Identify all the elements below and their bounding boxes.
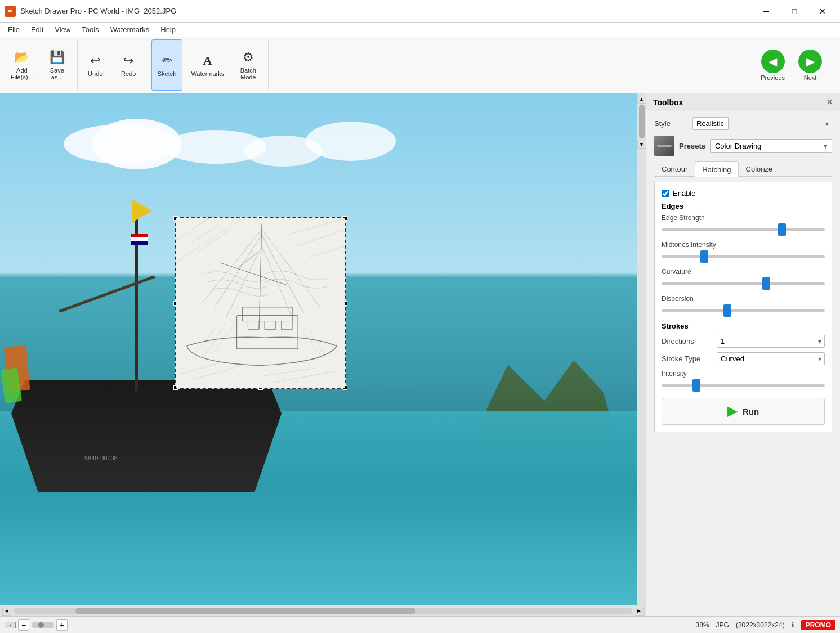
menu-edit[interactable]: Edit	[25, 24, 49, 35]
directions-select-wrapper: 1 2 3 4	[717, 335, 825, 348]
minimize-button[interactable]: ─	[753, 3, 779, 20]
close-button[interactable]: ✕	[810, 3, 835, 20]
midtones-intensity-row: Midtones Intensity	[662, 241, 825, 262]
tab-content-hatching: Enable Edges Edge Strength Midtones Inte…	[654, 182, 832, 432]
intensity-row: Intensity	[662, 370, 825, 391]
maximize-button[interactable]: □	[781, 3, 807, 20]
dispersion-slider[interactable]	[662, 309, 825, 312]
menu-file[interactable]: File	[2, 24, 25, 35]
image-dimensions: (3022x3022x24)	[736, 621, 785, 629]
edge-strength-slider[interactable]	[662, 228, 825, 231]
cloud-group	[64, 119, 401, 209]
save-as-label: Saveas...	[50, 67, 64, 80]
add-files-icon: 📂	[14, 50, 29, 65]
nav-section: ◀ Previous ▶ Next	[756, 39, 835, 91]
watermarks-button[interactable]: A Watermarks	[185, 39, 230, 91]
stroke-type-row: Stroke Type Curved Straight Wavy	[662, 352, 825, 365]
scroll-down-arrow[interactable]: ▼	[637, 140, 646, 149]
dispersion-label: Dispersion	[662, 295, 825, 303]
style-select[interactable]: Realistic Artistic Comic Pencil	[692, 117, 729, 130]
sketch-button[interactable]: ✏ Sketch	[151, 39, 183, 91]
previous-icon: ◀	[761, 50, 785, 73]
style-select-wrapper: Realistic Artistic Comic Pencil	[692, 117, 832, 130]
scroll-left-arrow[interactable]: ◄	[2, 607, 11, 616]
canvas-main: 5840-00708 ▲ ▼ ◄ ►	[0, 93, 646, 616]
sketch-selection-box[interactable]	[175, 217, 346, 389]
undo-button[interactable]: ↩ Undo	[80, 39, 111, 91]
status-bar: ▪ − + 38% JPG (3022x3022x24) ℹ PROMO	[0, 616, 840, 633]
presets-select-wrapper: Color Drawing Pencil Sketch Charcoal Ink	[710, 139, 832, 153]
promo-badge[interactable]: PROMO	[801, 620, 835, 630]
vertical-scrollbar[interactable]: ▲ ▼	[637, 93, 646, 605]
run-label: Run	[743, 407, 759, 416]
horizontal-scrollbar[interactable]: ◄ ►	[0, 605, 646, 616]
batch-mode-button[interactable]: ⚙ BatchMode	[233, 39, 263, 91]
panel-close-button[interactable]: ✕	[826, 97, 833, 107]
panel-header: Toolbox ✕	[646, 93, 840, 111]
menu-help[interactable]: Help	[155, 24, 181, 35]
scroll-thumb-vertical[interactable]	[639, 105, 645, 138]
midtones-intensity-label: Midtones Intensity	[662, 241, 825, 249]
thumbnail-toggle[interactable]: ▪	[5, 622, 16, 628]
presets-row: Presets Color Drawing Pencil Sketch Char…	[654, 136, 832, 156]
edge-strength-row: Edge Strength	[662, 214, 825, 235]
menu-view[interactable]: View	[49, 24, 76, 35]
curvature-track	[662, 278, 825, 289]
stroke-type-select[interactable]: Curved Straight Wavy	[717, 352, 825, 365]
midtones-intensity-slider[interactable]	[662, 255, 825, 258]
tab-colorize[interactable]: Colorize	[739, 161, 780, 176]
add-files-label: AddFile(s)...	[11, 67, 33, 80]
redo-button[interactable]: ↪ Redo	[113, 39, 144, 91]
tab-contour[interactable]: Contour	[654, 161, 695, 176]
dispersion-track	[662, 305, 825, 316]
menu-bar: File Edit View Tools Watermarks Help	[0, 23, 840, 37]
canvas-viewport[interactable]: 5840-00708	[0, 93, 637, 605]
add-files-button[interactable]: 📂 AddFile(s)...	[5, 39, 39, 91]
presets-select[interactable]: Color Drawing Pencil Sketch Charcoal Ink	[710, 139, 832, 153]
zoom-in-button[interactable]: +	[56, 619, 68, 631]
scroll-thumb-horizontal[interactable]	[75, 608, 415, 614]
title-bar-text: Sketch Drawer Pro - PC World - IMG_2052.…	[20, 7, 753, 15]
zoom-slider-thumb[interactable]	[38, 622, 44, 628]
save-as-icon: 💾	[50, 50, 65, 65]
midtones-intensity-track	[662, 251, 825, 262]
style-row: Style Realistic Artistic Comic Pencil	[654, 117, 832, 130]
save-as-button[interactable]: 💾 Saveas...	[42, 39, 73, 91]
toolbar-edit-group: ↩ Undo ↪ Redo	[80, 39, 149, 91]
presets-icon	[654, 136, 674, 156]
panel-title: Toolbox	[653, 98, 683, 107]
menu-watermarks[interactable]: Watermarks	[105, 24, 155, 35]
enable-checkbox[interactable]	[662, 190, 669, 197]
enable-row: Enable	[662, 189, 825, 197]
scroll-up-arrow[interactable]: ▲	[637, 95, 646, 104]
right-panel: Toolbox ✕ Style Realistic Artistic Comic…	[646, 93, 840, 616]
tab-bar: Contour Hatching Colorize	[654, 161, 832, 177]
info-icon[interactable]: ℹ	[792, 621, 794, 629]
app-icon: ✏	[5, 6, 16, 17]
run-button[interactable]: ▶ Run	[662, 398, 825, 425]
previous-button[interactable]: ◀ Previous	[756, 47, 789, 83]
zoom-percent: 38%	[696, 621, 709, 629]
stroke-type-select-wrapper: Curved Straight Wavy	[717, 352, 825, 365]
zoom-controls: ▪ − +	[5, 619, 68, 631]
zoom-out-button[interactable]: −	[18, 619, 29, 631]
run-icon: ▶	[727, 404, 737, 419]
redo-label: Redo	[121, 70, 136, 77]
next-icon: ▶	[798, 50, 822, 73]
toolbar-file-group: 📂 AddFile(s)... 💾 Saveas...	[5, 39, 78, 91]
zoom-slider-track	[32, 622, 54, 628]
directions-select[interactable]: 1 2 3 4	[717, 335, 825, 348]
undo-icon: ↩	[90, 53, 100, 68]
menu-tools[interactable]: Tools	[76, 24, 104, 35]
intensity-slider[interactable]	[662, 384, 825, 387]
curvature-slider[interactable]	[662, 282, 825, 285]
scroll-right-arrow[interactable]: ►	[635, 607, 644, 616]
dispersion-row: Dispersion	[662, 295, 825, 316]
edge-strength-track	[662, 224, 825, 235]
sketch-preview	[176, 218, 345, 388]
boat-text: 5840-00708	[84, 455, 118, 461]
tab-hatching[interactable]: Hatching	[695, 161, 738, 177]
toolbar-tools-group: ✏ Sketch A Watermarks ⚙ BatchMode	[151, 39, 269, 91]
edges-label: Edges	[662, 202, 825, 210]
next-button[interactable]: ▶ Next	[794, 47, 826, 83]
